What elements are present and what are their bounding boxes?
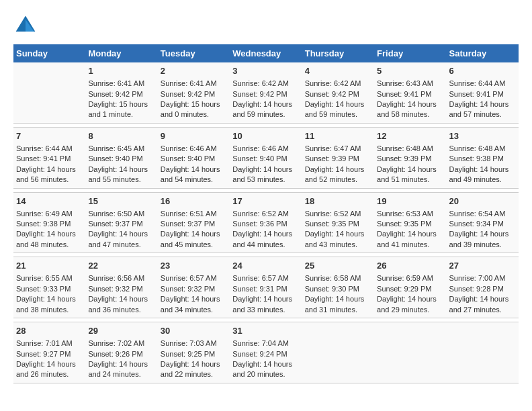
daylight-text: Daylight: 14 hours and 38 minutes. [16,295,76,313]
sunset-text: Sunset: 9:36 PM [232,220,287,228]
sunset-text: Sunset: 9:31 PM [232,285,287,293]
header-saturday: Saturday [447,44,519,62]
daylight-text: Daylight: 14 hours and 41 minutes. [377,230,437,248]
header-wednesday: Wednesday [230,44,302,62]
daylight-text: Daylight: 14 hours and 58 minutes. [377,100,437,118]
day-number: 20 [449,195,516,208]
sunset-text: Sunset: 9:41 PM [16,154,71,163]
sunrise-text: Sunrise: 6:43 AM [377,79,433,87]
sunrise-text: Sunrise: 7:04 AM [232,339,289,347]
header-tuesday: Tuesday [158,44,230,62]
sunset-text: Sunset: 9:37 PM [88,220,142,228]
day-number: 19 [377,195,443,208]
day-number: 3 [232,65,299,77]
day-cell: 13Sunrise: 6:48 AMSunset: 9:38 PMDayligh… [447,127,519,188]
logo [13,13,40,38]
day-number: 28 [16,325,83,337]
daylight-text: Daylight: 14 hours and 55 minutes. [88,165,148,183]
sunrise-text: Sunrise: 7:00 AM [449,274,506,282]
day-cell: 26Sunrise: 6:59 AMSunset: 9:29 PMDayligh… [374,257,446,318]
sunset-text: Sunset: 9:28 PM [449,285,504,293]
sunrise-text: Sunrise: 6:42 AM [305,79,361,87]
day-cell [302,322,374,383]
day-number: 22 [88,260,154,272]
daylight-text: Daylight: 14 hours and 29 minutes. [377,295,437,313]
calendar-body: 1Sunrise: 6:41 AMSunset: 9:42 PMDaylight… [13,62,519,383]
day-number: 8 [88,130,154,142]
day-number: 30 [161,325,227,337]
calendar-header: SundayMondayTuesdayWednesdayThursdayFrid… [13,44,519,62]
day-cell: 7Sunrise: 6:44 AMSunset: 9:41 PMDaylight… [13,127,85,188]
day-cell: 29Sunrise: 7:02 AMSunset: 9:26 PMDayligh… [85,322,157,383]
day-cell: 19Sunrise: 6:53 AMSunset: 9:35 PMDayligh… [374,192,446,253]
sunrise-text: Sunrise: 6:44 AM [16,144,73,152]
sunset-text: Sunset: 9:38 PM [449,154,504,163]
sunset-text: Sunset: 9:27 PM [16,350,71,358]
sunset-text: Sunset: 9:39 PM [377,154,431,163]
day-number: 1 [88,65,154,77]
sunset-text: Sunset: 9:32 PM [161,285,215,293]
sunrise-text: Sunrise: 6:41 AM [161,79,217,87]
day-cell: 2Sunrise: 6:41 AMSunset: 9:42 PMDaylight… [158,62,230,123]
daylight-text: Daylight: 14 hours and 56 minutes. [16,165,76,183]
daylight-text: Daylight: 14 hours and 59 minutes. [305,100,365,118]
sunrise-text: Sunrise: 6:47 AM [305,144,361,152]
sunrise-text: Sunrise: 6:44 AM [449,79,506,87]
sunset-text: Sunset: 9:29 PM [377,285,431,293]
daylight-text: Daylight: 14 hours and 53 minutes. [232,165,292,183]
day-number: 26 [377,260,443,272]
daylight-text: Daylight: 14 hours and 45 minutes. [161,230,220,248]
header-friday: Friday [374,44,446,62]
sunset-text: Sunset: 9:34 PM [449,220,504,228]
day-number: 12 [377,130,443,142]
day-cell: 3Sunrise: 6:42 AMSunset: 9:42 PMDaylight… [230,62,302,123]
week-row-0: 1Sunrise: 6:41 AMSunset: 9:42 PMDaylight… [13,62,519,123]
daylight-text: Daylight: 14 hours and 44 minutes. [232,230,292,248]
header-row: SundayMondayTuesdayWednesdayThursdayFrid… [13,44,519,62]
sunrise-text: Sunrise: 6:50 AM [88,210,144,218]
daylight-text: Daylight: 14 hours and 24 minutes. [88,360,148,378]
day-number: 31 [232,325,299,337]
day-cell: 5Sunrise: 6:43 AMSunset: 9:41 PMDaylight… [374,62,446,123]
header-sunday: Sunday [13,44,85,62]
logo-icon [13,13,38,38]
sunset-text: Sunset: 9:42 PM [232,90,287,98]
sunrise-text: Sunrise: 7:03 AM [161,339,217,347]
daylight-text: Daylight: 14 hours and 47 minutes. [88,230,148,248]
day-number: 16 [161,195,227,208]
day-number: 6 [449,65,516,77]
calendar-table: SundayMondayTuesdayWednesdayThursdayFrid… [13,44,519,383]
sunset-text: Sunset: 9:38 PM [16,220,71,228]
day-number: 5 [377,65,443,77]
day-cell [13,62,85,123]
day-number: 21 [16,260,83,272]
daylight-text: Daylight: 14 hours and 59 minutes. [232,100,292,118]
sunset-text: Sunset: 9:42 PM [305,90,359,98]
day-cell: 12Sunrise: 6:48 AMSunset: 9:39 PMDayligh… [374,127,446,188]
daylight-text: Daylight: 14 hours and 57 minutes. [449,100,509,118]
day-cell [447,322,519,383]
day-number: 15 [88,195,154,208]
day-cell: 8Sunrise: 6:45 AMSunset: 9:40 PMDaylight… [85,127,157,188]
sunset-text: Sunset: 9:40 PM [161,154,215,163]
day-cell: 20Sunrise: 6:54 AMSunset: 9:34 PMDayligh… [447,192,519,253]
sunrise-text: Sunrise: 6:41 AM [88,79,144,87]
day-cell: 1Sunrise: 6:41 AMSunset: 9:42 PMDaylight… [85,62,157,123]
sunset-text: Sunset: 9:40 PM [88,154,142,163]
daylight-text: Daylight: 14 hours and 22 minutes. [161,360,220,378]
daylight-text: Daylight: 14 hours and 54 minutes. [161,165,220,183]
sunrise-text: Sunrise: 6:49 AM [16,210,73,218]
sunrise-text: Sunrise: 7:02 AM [88,339,144,347]
day-cell: 21Sunrise: 6:55 AMSunset: 9:33 PMDayligh… [13,257,85,318]
daylight-text: Daylight: 14 hours and 49 minutes. [449,165,509,183]
sunrise-text: Sunrise: 6:54 AM [449,210,506,218]
day-number: 27 [449,260,516,272]
day-cell: 23Sunrise: 6:57 AMSunset: 9:32 PMDayligh… [158,257,230,318]
sunrise-text: Sunrise: 6:59 AM [377,274,433,282]
sunrise-text: Sunrise: 6:57 AM [232,274,289,282]
sunset-text: Sunset: 9:37 PM [161,220,215,228]
daylight-text: Daylight: 14 hours and 39 minutes. [449,230,509,248]
day-number: 2 [161,65,227,77]
sunrise-text: Sunrise: 6:58 AM [305,274,361,282]
daylight-text: Daylight: 14 hours and 27 minutes. [449,295,509,313]
